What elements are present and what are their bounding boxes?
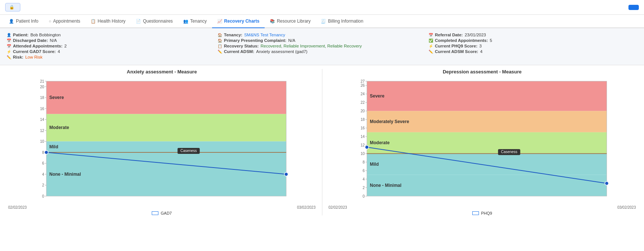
svg-rect-6 xyxy=(46,152,286,196)
nav-tabs: 👤Patient Info○Appointments📋Health Histor… xyxy=(0,15,644,28)
info-row: ✏️Risk: Low Risk xyxy=(7,55,215,59)
svg-text:22: 22 xyxy=(360,100,365,105)
tab-icon-recovery-charts: 📈 xyxy=(217,19,222,24)
info-col-1: 👤Patient: Bob Bobbington📅Discharged Date… xyxy=(7,33,215,60)
legend-box xyxy=(152,211,158,215)
svg-text:20: 20 xyxy=(40,85,44,89)
tab-icon-tenancy: 👥 xyxy=(183,19,188,24)
svg-text:4: 4 xyxy=(42,172,44,176)
nav-tab-health-history[interactable]: 📋Health History xyxy=(85,15,131,28)
svg-text:Caseness: Caseness xyxy=(501,150,517,154)
svg-text:2: 2 xyxy=(42,183,44,187)
svg-text:Moderate: Moderate xyxy=(49,125,69,130)
svg-point-84 xyxy=(365,145,369,149)
episode-badge[interactable]: 🔒 xyxy=(5,3,20,11)
nav-tab-questionnaires[interactable]: 📄Questionnaires xyxy=(131,15,178,28)
info-col-3: 📅Referral Date: 23/01/2023✅Completed App… xyxy=(429,33,637,60)
add-episode-button[interactable] xyxy=(628,5,639,10)
info-row: 📋Recovery Status: Recovered, Reliable Im… xyxy=(218,44,426,48)
svg-text:6: 6 xyxy=(42,161,44,165)
svg-text:6: 6 xyxy=(362,169,365,173)
svg-text:None - Minimal: None - Minimal xyxy=(49,172,81,177)
nav-tab-patient-info[interactable]: 👤Patient Info xyxy=(4,15,44,28)
svg-rect-43 xyxy=(367,132,607,153)
svg-text:16: 16 xyxy=(360,126,365,130)
svg-text:8: 8 xyxy=(42,151,44,155)
svg-point-37 xyxy=(44,151,48,154)
chart-svg-anxiety: SevereModerateMildNone - Minimal02468101… xyxy=(7,77,316,204)
svg-text:14: 14 xyxy=(40,118,44,122)
svg-text:16: 16 xyxy=(40,107,44,111)
svg-text:None - Minimal: None - Minimal xyxy=(370,183,401,188)
chart-dates-anxiety: 02/02/202303/02/2023 xyxy=(7,205,316,209)
info-panel: 👤Patient: Bob Bobbington📅Discharged Date… xyxy=(0,28,644,65)
svg-text:12: 12 xyxy=(360,143,365,147)
tab-icon-patient-info: 👤 xyxy=(9,19,14,24)
chart-title-depression: Depression assessment - Measure xyxy=(328,69,637,75)
svg-text:8: 8 xyxy=(362,160,365,164)
info-col-2: 🏠Tenancy: SM&NS Test Tenancy🏠Primary Pre… xyxy=(218,33,426,60)
svg-rect-0 xyxy=(46,81,286,114)
legend-box xyxy=(472,211,479,215)
svg-text:26: 26 xyxy=(360,83,365,87)
chart-title-anxiety: Anxiety assessment - Measure xyxy=(7,69,316,75)
info-row: ⚡Current GAD7 Score: 4 xyxy=(7,49,215,54)
svg-text:27: 27 xyxy=(360,79,365,83)
svg-text:0: 0 xyxy=(362,194,365,198)
svg-point-38 xyxy=(284,172,288,176)
svg-text:Mild: Mild xyxy=(370,162,379,167)
info-row: 📅Discharged Date: N/A xyxy=(7,38,215,43)
svg-text:Severe: Severe xyxy=(49,95,64,100)
chart-anxiety: Anxiety assessment - MeasureSevereModera… xyxy=(4,69,320,215)
svg-rect-39 xyxy=(367,81,607,111)
nav-tab-tenancy[interactable]: 👥Tenancy xyxy=(178,15,212,28)
svg-text:10: 10 xyxy=(40,139,44,143)
svg-text:Moderate: Moderate xyxy=(370,140,390,145)
svg-text:18: 18 xyxy=(360,118,365,122)
info-row: ✏️Current ADSM: Anxiety assessment (gad7… xyxy=(218,49,426,54)
info-row: ✏️Current ADSM Score: 4 xyxy=(429,49,637,54)
svg-text:14: 14 xyxy=(360,135,365,139)
tab-icon-billing-information: 🧾 xyxy=(321,19,326,24)
info-row: ⚡Current PHQ9 Score: 3 xyxy=(429,44,637,48)
tab-icon-resource-library: 📚 xyxy=(270,19,275,24)
svg-text:10: 10 xyxy=(360,152,365,156)
chart-depression: Depression assessment - MeasureSevereMod… xyxy=(324,69,641,215)
svg-point-85 xyxy=(605,182,608,185)
svg-text:12: 12 xyxy=(40,129,44,133)
nav-tab-resource-library[interactable]: 📚Resource Library xyxy=(265,15,316,28)
svg-text:24: 24 xyxy=(360,92,365,96)
chart-legend-anxiety: GAD7 xyxy=(7,211,316,215)
svg-text:20: 20 xyxy=(360,109,365,113)
info-row: 🏠Tenancy: SM&NS Test Tenancy xyxy=(218,33,426,37)
tab-icon-appointments: ○ xyxy=(49,19,51,23)
svg-text:0: 0 xyxy=(42,194,44,198)
chart-legend-depression: PHQ9 xyxy=(328,211,637,215)
svg-rect-2 xyxy=(46,114,286,142)
nav-tab-appointments[interactable]: ○Appointments xyxy=(44,15,85,28)
info-row: 🏠Primary Presenting Complaint: N/A xyxy=(218,38,426,43)
info-row: 📅Attended Appointments: 2 xyxy=(7,44,215,48)
chart-svg-depression: SevereModerately SevereModerateMildNone … xyxy=(328,77,637,204)
info-row: ✅Completed Appointments: 5 xyxy=(429,38,637,43)
svg-text:21: 21 xyxy=(40,79,44,83)
svg-text:Mild: Mild xyxy=(49,144,58,149)
charts-area: Anxiety assessment - MeasureSevereModera… xyxy=(0,65,644,219)
info-row: 📅Referral Date: 23/01/2023 xyxy=(429,33,637,37)
tab-icon-questionnaires: 📄 xyxy=(136,19,141,24)
svg-text:Severe: Severe xyxy=(370,93,385,99)
nav-tab-billing-information[interactable]: 🧾Billing Information xyxy=(316,15,368,28)
nav-tab-recovery-charts[interactable]: 📈Recovery Charts xyxy=(212,15,265,28)
svg-text:Moderately Severe: Moderately Severe xyxy=(370,119,409,124)
tab-icon-health-history: 📋 xyxy=(91,19,96,24)
chart-divider xyxy=(322,69,322,215)
svg-text:Caseness: Caseness xyxy=(180,149,197,153)
top-bar: 🔒 xyxy=(0,0,644,15)
svg-rect-4 xyxy=(46,141,286,152)
lock-icon: 🔒 xyxy=(9,5,14,10)
svg-text:18: 18 xyxy=(40,96,44,100)
info-row: 👤Patient: Bob Bobbington xyxy=(7,33,215,37)
svg-text:4: 4 xyxy=(362,177,365,181)
svg-text:2: 2 xyxy=(362,186,365,190)
chart-dates-depression: 02/02/202303/02/2023 xyxy=(328,205,637,209)
